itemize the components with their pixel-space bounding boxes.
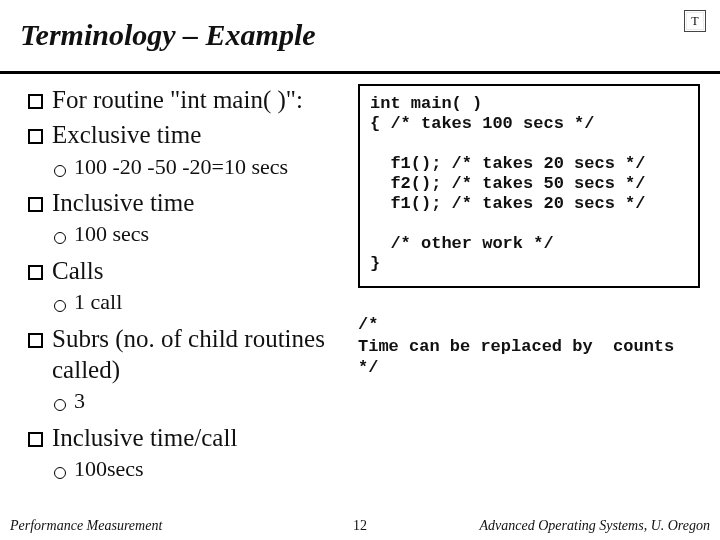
slide-title: Terminology – Example xyxy=(20,18,700,52)
bullet-label: Calls xyxy=(52,257,103,284)
footer: Performance Measurement 12 Advanced Oper… xyxy=(0,518,720,534)
bullet-inclusive-time: Inclusive time 100 secs xyxy=(28,187,354,249)
footer-page-number: 12 xyxy=(353,518,367,534)
bullet-label: Subrs (no. of child routines called) xyxy=(52,325,325,383)
bullet-column: For routine "int main( )": Exclusive tim… xyxy=(28,84,354,490)
code-box: int main( ) { /* takes 100 secs */ f1();… xyxy=(358,84,700,288)
bullet-label: Inclusive time/call xyxy=(52,424,237,451)
bullet-exclusive-time: Exclusive time 100 -20 -50 -20=10 secs xyxy=(28,119,354,181)
sub-inclusive-per-call-value: 100secs xyxy=(52,455,354,484)
sub-inclusive-value: 100 secs xyxy=(52,220,354,249)
bullet-label: Exclusive time xyxy=(52,121,201,148)
sub-list: 100 -20 -50 -20=10 secs xyxy=(52,153,354,182)
title-bar: Terminology – Example T xyxy=(0,0,720,74)
sub-subrs-value: 3 xyxy=(52,387,354,416)
logo-icon: T xyxy=(684,10,706,32)
sub-list: 1 call xyxy=(52,288,354,317)
sub-exclusive-calc: 100 -20 -50 -20=10 secs xyxy=(52,153,354,182)
code-column: int main( ) { /* takes 100 secs */ f1();… xyxy=(358,84,708,490)
bullet-inclusive-per-call: Inclusive time/call 100secs xyxy=(28,422,354,484)
code-line: f1(); /* takes 20 secs */ xyxy=(370,194,645,213)
code-note: /* Time can be replaced by counts */ xyxy=(358,314,700,378)
bullet-label: Inclusive time xyxy=(52,189,194,216)
sub-calls-value: 1 call xyxy=(52,288,354,317)
bullet-routine: For routine "int main( )": xyxy=(28,84,354,115)
sub-list: 100 secs xyxy=(52,220,354,249)
bullet-calls: Calls 1 call xyxy=(28,255,354,317)
code-line: f2(); /* takes 50 secs */ xyxy=(370,174,645,193)
code-line: } xyxy=(370,254,380,273)
sub-list: 100secs xyxy=(52,455,354,484)
footer-left: Performance Measurement xyxy=(10,518,162,534)
slide: Terminology – Example T For routine "int… xyxy=(0,0,720,540)
sub-list: 3 xyxy=(52,387,354,416)
footer-right: Advanced Operating Systems, U. Oregon xyxy=(480,518,710,534)
code-line: /* other work */ xyxy=(370,234,554,253)
slide-body: For routine "int main( )": Exclusive tim… xyxy=(0,74,720,490)
bullet-list: For routine "int main( )": Exclusive tim… xyxy=(28,84,354,484)
code-line: int main( ) xyxy=(370,94,482,113)
bullet-subrs: Subrs (no. of child routines called) 3 xyxy=(28,323,354,416)
code-line: { /* takes 100 secs */ xyxy=(370,114,594,133)
code-line: f1(); /* takes 20 secs */ xyxy=(370,154,645,173)
